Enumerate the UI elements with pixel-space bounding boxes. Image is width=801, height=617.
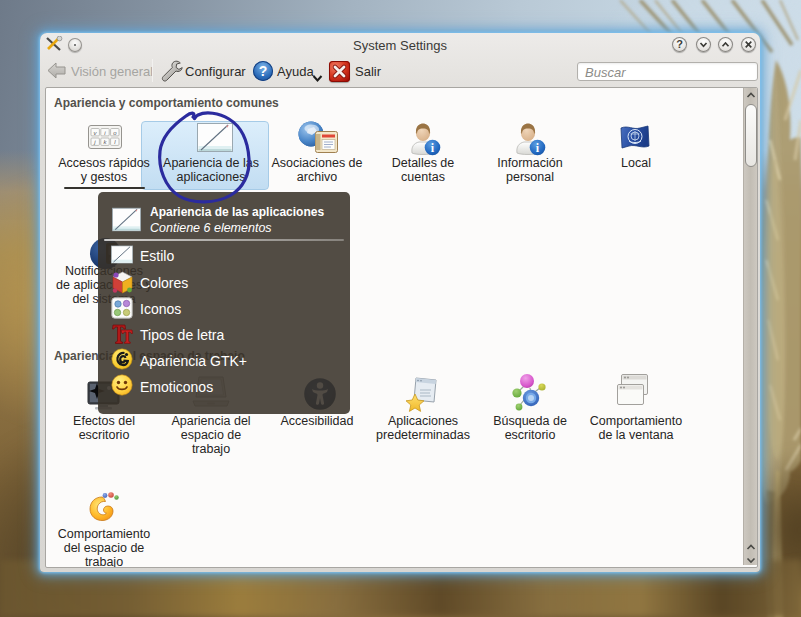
svg-text:?: ?: [676, 38, 683, 50]
